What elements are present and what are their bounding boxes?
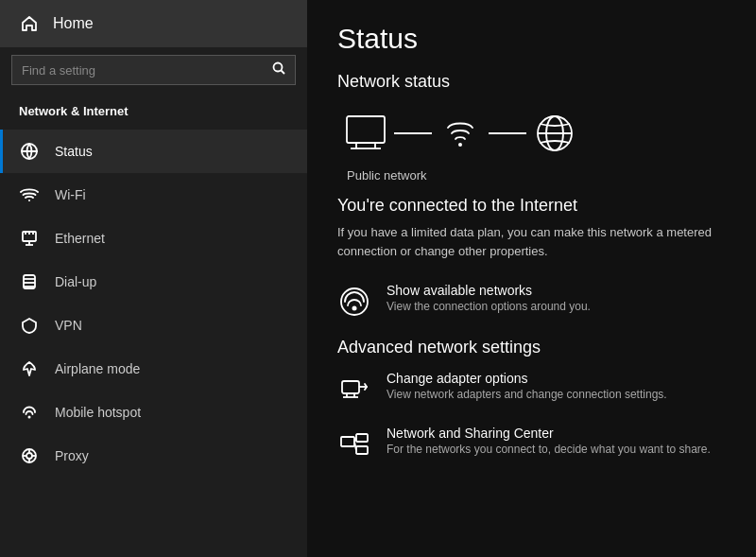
home-label: Home: [53, 15, 94, 32]
sidebar-item-label-hotspot: Mobile hotspot: [55, 405, 141, 420]
wifi-icon: [19, 184, 40, 205]
svg-rect-21: [347, 116, 385, 143]
svg-point-30: [352, 306, 357, 311]
network-diagram: [337, 107, 726, 159]
svg-rect-40: [356, 446, 368, 454]
svg-point-25: [458, 143, 462, 147]
page-title: Status: [337, 23, 726, 55]
sidebar-item-wifi[interactable]: Wi-Fi: [0, 173, 307, 217]
ethernet-icon: [19, 228, 40, 249]
hotspot-icon: [19, 402, 40, 423]
vpn-icon: [19, 315, 40, 336]
sidebar-item-label-status: Status: [55, 144, 93, 159]
wifi-diagram-icon: [432, 107, 489, 159]
connected-text: You're connected to the Internet: [337, 196, 726, 216]
change-adapter-text: Change adapter options View network adap…: [387, 371, 667, 401]
proxy-icon: [19, 445, 40, 466]
show-networks-action[interactable]: Show available networks View the connect…: [337, 283, 726, 319]
sidebar-item-dialup[interactable]: Dial-up: [0, 260, 307, 304]
svg-point-0: [274, 63, 283, 72]
sidebar-item-label-proxy: Proxy: [55, 448, 89, 463]
sidebar-item-airplane[interactable]: Airplane mode: [0, 347, 307, 391]
change-adapter-action[interactable]: Change adapter options View network adap…: [337, 371, 726, 407]
search-icon: [272, 61, 285, 78]
sharing-center-text: Network and Sharing Center For the netwo…: [387, 426, 711, 456]
show-networks-text: Show available networks View the connect…: [387, 283, 591, 313]
sharing-center-action[interactable]: Network and Sharing Center For the netwo…: [337, 426, 726, 461]
main-content: Status Network status: [307, 0, 756, 557]
search-input[interactable]: [22, 63, 265, 78]
sidebar-item-label-dialup: Dial-up: [55, 274, 96, 289]
sharing-center-title: Network and Sharing Center: [387, 426, 711, 441]
network-status-heading: Network status: [337, 72, 726, 92]
sidebar-item-label-airplane: Airplane mode: [55, 361, 140, 376]
sidebar-item-label-wifi: Wi-Fi: [55, 187, 86, 202]
change-adapter-title: Change adapter options: [387, 371, 667, 386]
connected-sub-text: If you have a limited data plan, you can…: [337, 223, 726, 260]
svg-rect-38: [341, 437, 354, 446]
network-type-label: Public network: [337, 168, 726, 183]
sidebar-home-button[interactable]: Home: [0, 0, 307, 47]
sharing-center-desc: For the networks you connect to, decide …: [387, 443, 711, 456]
globe-diagram-icon: [526, 107, 583, 159]
sidebar-item-hotspot[interactable]: Mobile hotspot: [0, 391, 307, 434]
svg-rect-39: [356, 434, 368, 442]
home-icon: [19, 13, 40, 34]
search-box[interactable]: [11, 55, 296, 85]
sidebar: Home Network & Internet Status: [0, 0, 307, 557]
connector-left: [394, 132, 432, 134]
status-icon: [19, 141, 40, 162]
computer-diagram-icon: [337, 107, 394, 159]
change-adapter-desc: View network adapters and change connect…: [387, 388, 667, 401]
dialup-icon: [19, 271, 40, 292]
svg-line-42: [354, 442, 356, 450]
show-networks-icon: [337, 285, 371, 319]
sidebar-item-vpn[interactable]: VPN: [0, 304, 307, 347]
sidebar-item-label-vpn: VPN: [55, 318, 82, 333]
airplane-icon: [19, 358, 40, 379]
show-networks-title: Show available networks: [387, 283, 591, 298]
sidebar-item-ethernet[interactable]: Ethernet: [0, 217, 307, 260]
svg-point-16: [26, 453, 32, 459]
connector-right: [489, 132, 526, 134]
sharing-center-icon: [337, 427, 371, 461]
svg-point-3: [28, 200, 30, 201]
sidebar-item-label-ethernet: Ethernet: [55, 231, 105, 246]
show-networks-desc: View the connection options around you.: [387, 300, 591, 313]
change-adapter-icon: [337, 373, 371, 407]
svg-point-14: [28, 416, 31, 419]
svg-rect-31: [342, 381, 359, 393]
sidebar-item-status[interactable]: Status: [0, 130, 307, 173]
sidebar-item-proxy[interactable]: Proxy: [0, 434, 307, 478]
svg-line-1: [282, 71, 285, 75]
sidebar-section-title: Network & Internet: [0, 96, 307, 130]
advanced-heading: Advanced network settings: [337, 338, 726, 357]
